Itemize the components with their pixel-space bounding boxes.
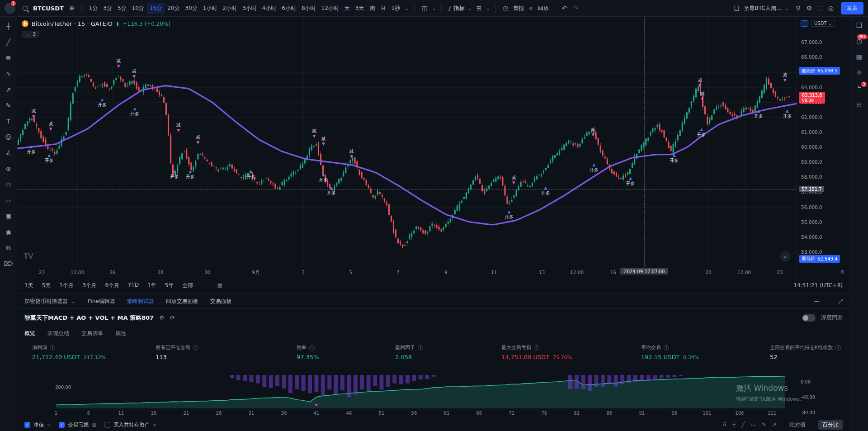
timeframe-30分[interactable]: 30分 (182, 3, 200, 14)
timeframe-3分[interactable]: 3分 (100, 3, 115, 14)
replay-button[interactable]: 回放 (537, 3, 550, 14)
time-axis[interactable]: 2312:002628309月3579111312:00162024-09-17… (17, 267, 797, 277)
text-tool-icon[interactable]: T (3, 116, 14, 126)
panel-tab-1[interactable]: Pine编辑器 (87, 298, 115, 305)
timeframe-6小时[interactable]: 6小时 (279, 3, 299, 14)
crosshair-mode-icon[interactable]: ┼ (732, 422, 736, 428)
undo-icon[interactable]: ↶ (560, 4, 570, 13)
snapshot-camera-icon[interactable]: ◎ (826, 4, 836, 13)
alerts-bell-icon[interactable]: ⍾ (857, 100, 862, 109)
calendar-icon[interactable]: ▦ (856, 53, 862, 61)
crosshair-tool-icon[interactable]: ┼ (3, 21, 14, 31)
info-icon[interactable]: i (50, 345, 55, 350)
info-icon[interactable]: i (193, 345, 198, 350)
equity-chart[interactable] (56, 369, 792, 408)
info-icon[interactable]: i (534, 345, 539, 350)
ideas-icon[interactable]: ☼ (856, 69, 862, 77)
layout-grid-icon[interactable]: ⊞ (474, 4, 484, 13)
chat-icon[interactable]: ❝3 (857, 85, 861, 93)
info-icon[interactable]: i (835, 345, 841, 350)
timeframe-4小时[interactable]: 4小时 (259, 3, 279, 14)
subtab-0[interactable]: 概览 (24, 330, 35, 337)
subtab-1[interactable]: 表现总结 (47, 330, 69, 337)
range-1天[interactable]: 1天 (24, 282, 33, 289)
maximize-panel-icon[interactable]: ⤢ (838, 298, 843, 304)
quick-search-icon[interactable]: ⚲ (793, 4, 802, 13)
add-symbol-icon[interactable]: ⊕ (67, 4, 77, 13)
trendline-tool-icon[interactable]: ╱ (3, 37, 14, 47)
publish-button[interactable]: 发表 (841, 2, 863, 14)
indicator-collapse-pill[interactable]: ⌄ 3 (22, 31, 39, 38)
symbol-search-icon[interactable] (23, 6, 28, 11)
info-icon[interactable]: i (664, 345, 669, 350)
panel-collapse-icon[interactable]: ❏ (856, 21, 862, 29)
percent-mode-button[interactable]: 百分比 (818, 420, 843, 430)
link-tool-icon[interactable]: ⧉ (3, 243, 14, 253)
range-3个月[interactable]: 3个月 (82, 282, 97, 289)
chart-style-icon[interactable]: ◫ (419, 4, 429, 13)
range-1年[interactable]: 1年 (147, 282, 156, 289)
panel-tab-0[interactable]: 加密货币对筛选器⌄ (24, 298, 75, 305)
panel-tab-4[interactable]: 交易面板 (210, 298, 232, 305)
zoom-tool-icon[interactable]: ⊕ (3, 164, 14, 174)
timeframe-2小时[interactable]: 2小时 (220, 3, 240, 14)
lock-tool-icon[interactable]: ▣ (3, 211, 14, 221)
timeframe-天[interactable]: 天 (342, 3, 353, 14)
candlestick-chart[interactable]: ₿ Bitcoin/Tether · 15 · GATEIO ❚ +116.3 … (17, 17, 797, 267)
arrow-tool-icon[interactable]: ➚ (772, 422, 777, 428)
strategy-refresh-icon[interactable]: ⟳ (170, 314, 175, 321)
delete-tool-icon[interactable]: ⌦ (3, 259, 14, 269)
go-to-date-icon[interactable]: ▦ (217, 282, 222, 289)
forecast-tool-icon[interactable]: ⇗ (3, 85, 14, 95)
timeframe-周[interactable]: 周 (367, 3, 377, 14)
draw-tool-icon[interactable]: ✎ (762, 422, 766, 428)
drawdown-legend-checkbox[interactable]: ✓交易亏损▥ (59, 422, 96, 428)
minimize-panel-icon[interactable]: — (814, 298, 819, 304)
equity-legend-checkbox[interactable]: ✓净值∿ (24, 422, 51, 428)
pattern-tool-icon[interactable]: ∿ (3, 69, 14, 79)
fib-tool-icon[interactable]: ≣ (3, 53, 14, 63)
timeframe-8小时[interactable]: 8小时 (299, 3, 319, 14)
timeframe-20分[interactable]: 20分 (165, 3, 182, 14)
layout-grid-caret[interactable]: ⌄ (486, 6, 490, 11)
indicators-caret[interactable]: ⌄ (468, 6, 472, 11)
chart-style-caret[interactable]: ⌄ (432, 6, 436, 11)
panel-tab-2[interactable]: 策略测试器 (127, 298, 154, 305)
notifications-icon[interactable]: ◷99+ (856, 37, 862, 45)
range-5年[interactable]: 5年 (165, 282, 174, 289)
strategy-settings-icon[interactable]: ⚙ (159, 314, 165, 321)
range-全部[interactable]: 全部 (182, 282, 193, 289)
settings-gear-icon[interactable]: ⚙ (804, 4, 814, 13)
symbol-search-button[interactable]: BTCUSDT (31, 3, 66, 14)
info-icon[interactable]: i (309, 345, 315, 350)
timeframe-1分[interactable]: 1分 (86, 3, 101, 14)
layout-select[interactable]: ❏ 至尊BTC大周… ⌄ (731, 4, 789, 13)
chart-legend[interactable]: ₿ Bitcoin/Tether · 15 · GATEIO ❚ +116.3 … (22, 20, 170, 27)
alert-button[interactable]: 警报 (512, 3, 525, 14)
rect-select-icon[interactable]: ▭ (751, 422, 756, 428)
hide-tool-icon[interactable]: ◉ (3, 227, 14, 237)
deep-backtest-toggle[interactable] (802, 314, 816, 322)
price-scale-mode-icon[interactable] (801, 20, 808, 27)
subtab-2[interactable]: 交易清单 (81, 330, 103, 337)
magnet-tool-icon[interactable]: ⊓ (3, 180, 14, 189)
timeframe-menu-caret[interactable]: ⌄ (405, 6, 409, 11)
fullscreen-icon[interactable]: ⛶ (816, 4, 825, 13)
indicators-button[interactable]: 指标 (452, 3, 466, 14)
range-6个月[interactable]: 6个月 (105, 282, 120, 289)
line-tool-icon[interactable]: ╱ (741, 422, 745, 428)
panel-tab-3[interactable]: 回放交易面板 (166, 298, 198, 305)
range-1个月[interactable]: 1个月 (59, 282, 74, 289)
timeframe-1小时[interactable]: 1小时 (200, 3, 220, 14)
buyhold-legend-checkbox[interactable]: 买入并持有资产≈ (104, 422, 157, 428)
info-icon[interactable]: i (418, 345, 423, 350)
range-YTD[interactable]: YTD (128, 282, 139, 289)
timeframe-15分[interactable]: 15分 (147, 3, 165, 14)
timeframe-12小时[interactable]: 12小时 (319, 3, 342, 14)
shapes-tool-icon[interactable]: ▱ (3, 195, 14, 205)
absolute-mode-button[interactable]: 绝对值 (789, 421, 806, 429)
timezone-settings-icon[interactable]: ⚙ (797, 267, 850, 277)
subtab-3[interactable]: 属性 (115, 330, 126, 337)
drag-handle-icon[interactable]: ⠿ (722, 422, 726, 428)
range-5天[interactable]: 5天 (42, 282, 51, 289)
